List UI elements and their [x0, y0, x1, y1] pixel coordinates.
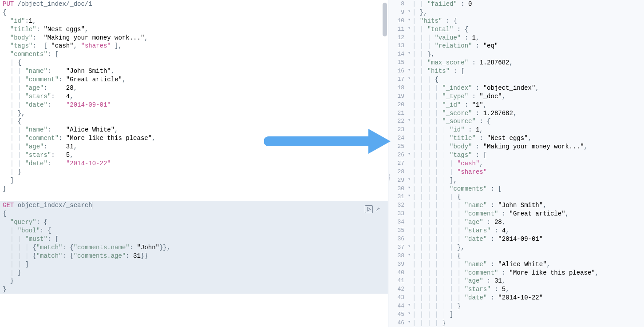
response-line[interactable]: 16▾| | "hits" : [ — [388, 67, 644, 76]
response-line[interactable]: 41| | | | | | | "age" : 31, — [388, 277, 644, 285]
fold-toggle[interactable] — [407, 92, 411, 101]
fold-toggle[interactable] — [407, 285, 411, 294]
response-line[interactable]: 15| | "max_score" : 1.287682, — [388, 59, 644, 67]
response-line[interactable]: 35| | | | | | | "stars" : 4, — [388, 227, 644, 235]
fold-toggle[interactable] — [407, 84, 411, 92]
response-line[interactable]: 27| | | | | | "cash", — [388, 160, 644, 168]
response-line[interactable]: 38▾| | | | | | { — [388, 252, 644, 260]
response-line[interactable]: 44▾| | | | | | } — [388, 302, 644, 311]
response-line[interactable]: 36| | | | | | | "date" : "2014-09-01" — [388, 235, 644, 243]
response-line[interactable]: 22▾| | | | "_source" : { — [388, 117, 644, 126]
fold-toggle[interactable]: ▾ — [407, 176, 411, 185]
fold-toggle[interactable] — [407, 218, 411, 227]
response-line[interactable]: 18| | | | "_index" : "object_index", — [388, 84, 644, 92]
code-line[interactable]: | | "name": "John Smith", — [0, 67, 388, 76]
response-line[interactable]: 45▾| | | | | ] — [388, 311, 644, 319]
code-line[interactable]: "tags": [ "cash", "shares" ], — [0, 42, 388, 50]
fold-toggle[interactable]: ▾ — [407, 67, 411, 76]
code-line[interactable]: | | "name": "Alice White", — [0, 126, 388, 134]
fold-toggle[interactable]: ▾ — [407, 243, 411, 252]
code-line[interactable]: | | "stars": 5, — [0, 151, 388, 160]
response-line[interactable]: 37▾| | | | | | }, — [388, 243, 644, 252]
fold-toggle[interactable] — [407, 277, 411, 285]
fold-toggle[interactable] — [407, 160, 411, 168]
response-line[interactable]: 40| | | | | | | "comment" : "More like t… — [388, 269, 644, 277]
fold-toggle[interactable] — [407, 235, 411, 243]
response-viewer[interactable]: 8| | "failed" : 09▾| },10▾| "hits" : {11… — [388, 0, 644, 327]
response-line[interactable]: 9▾| }, — [388, 8, 644, 17]
code-line[interactable]: | | "date": "2014-10-22" — [0, 160, 388, 168]
response-line[interactable]: 34| | | | | | | "age" : 28, — [388, 218, 644, 227]
code-line[interactable]: | "bool": { — [0, 227, 388, 235]
fold-toggle[interactable]: ▾ — [407, 8, 411, 17]
fold-toggle[interactable] — [407, 168, 411, 176]
code-line[interactable]: } — [0, 285, 388, 294]
active-request-line[interactable]: GET object_index/_search — [0, 201, 388, 210]
response-line[interactable]: 25| | | | | "body" : "Making your money … — [388, 143, 644, 151]
fold-toggle[interactable]: ▾ — [407, 151, 411, 160]
code-line[interactable]: | | ] — [0, 260, 388, 269]
response-line[interactable]: 13| | | "relation" : "eq" — [388, 42, 644, 50]
response-line[interactable]: 17▾| | | { — [388, 76, 644, 84]
response-line[interactable]: 32| | | | | | | "name" : "John Smith", — [388, 201, 644, 210]
fold-toggle[interactable]: ▾ — [407, 319, 411, 327]
fold-toggle[interactable]: ▾ — [407, 185, 411, 193]
code-line[interactable]: | | | {"match": {"comments.age": 31}} — [0, 252, 388, 260]
code-line[interactable]: | | "age": 31, — [0, 143, 388, 151]
response-line[interactable]: 26▾| | | | | "tags" : [ — [388, 151, 644, 160]
fold-toggle[interactable]: ▾ — [407, 302, 411, 311]
fold-toggle[interactable]: ▾ — [407, 17, 411, 25]
code-line[interactable]: "body": "Making your money work...", — [0, 34, 388, 42]
response-line[interactable]: 30▾| | | | | "comments" : [ — [388, 185, 644, 193]
request-editor[interactable]: PUT /object_index/_doc/1 { "id":1, "titl… — [0, 0, 388, 327]
fold-toggle[interactable]: ▾ — [407, 50, 411, 59]
response-line[interactable]: 31▾| | | | | | { — [388, 193, 644, 201]
code-line[interactable]: | | "must": [ — [0, 235, 388, 243]
response-line[interactable]: 42| | | | | | | "stars" : 5, — [388, 285, 644, 294]
fold-toggle[interactable]: ▾ — [407, 117, 411, 126]
fold-toggle[interactable]: ▾ — [407, 311, 411, 319]
code-line[interactable]: | | "comment": "Great article", — [0, 76, 388, 84]
response-line[interactable]: 28| | | | | | "shares" — [388, 168, 644, 176]
fold-toggle[interactable] — [407, 59, 411, 67]
response-line[interactable]: 8| | "failed" : 0 — [388, 0, 644, 8]
panel-resize-handle[interactable]: ⋮⋮ — [387, 175, 392, 179]
response-line[interactable]: 29▾| | | | | ], — [388, 176, 644, 185]
fold-toggle[interactable] — [407, 42, 411, 50]
code-line[interactable]: { — [0, 210, 388, 218]
response-line[interactable]: 33| | | | | | | "comment" : "Great artic… — [388, 210, 644, 218]
fold-toggle[interactable]: ▾ — [407, 252, 411, 260]
fold-toggle[interactable] — [407, 201, 411, 210]
fold-toggle[interactable] — [407, 294, 411, 302]
wrench-icon[interactable] — [374, 205, 382, 213]
code-line[interactable]: | } — [0, 168, 388, 176]
fold-toggle[interactable] — [407, 126, 411, 134]
code-line[interactable]: | { — [0, 117, 388, 126]
code-line[interactable]: | }, — [0, 109, 388, 118]
code-line[interactable]: | | "comment": "More like this please", — [0, 134, 388, 143]
code-line[interactable]: { — [0, 8, 388, 17]
code-line[interactable]: | | | {"match": {"comments.name": "John"… — [0, 243, 388, 252]
scrollbar-thumb[interactable] — [383, 3, 387, 36]
response-line[interactable]: 11▾| | "total" : { — [388, 25, 644, 34]
code-line[interactable]: | } — [0, 269, 388, 277]
code-line[interactable]: | | "stars": 4, — [0, 92, 388, 101]
response-line[interactable]: 24| | | | | "title" : "Nest eggs", — [388, 134, 644, 143]
fold-toggle[interactable] — [407, 101, 411, 109]
code-line[interactable]: } — [0, 277, 388, 285]
fold-toggle[interactable] — [407, 269, 411, 277]
response-line[interactable]: 39| | | | | | | "name" : "Alice White", — [388, 260, 644, 269]
response-line[interactable]: 46▾| | | | } — [388, 319, 644, 327]
fold-toggle[interactable]: ▾ — [407, 76, 411, 84]
response-line[interactable]: 43| | | | | | | "date" : "2014-10-22" — [388, 294, 644, 302]
code-line[interactable]: | | "age": 28, — [0, 84, 388, 92]
fold-toggle[interactable] — [407, 227, 411, 235]
response-line[interactable]: 23| | | | | "id" : 1, — [388, 126, 644, 134]
fold-toggle[interactable] — [407, 260, 411, 269]
fold-toggle[interactable]: ▾ — [407, 25, 411, 34]
code-line[interactable]: | { — [0, 59, 388, 67]
fold-toggle[interactable] — [407, 143, 411, 151]
response-line[interactable]: 14▾| | }, — [388, 50, 644, 59]
response-line[interactable]: 12| | | "value" : 1, — [388, 34, 644, 42]
code-line[interactable]: | | "date": "2014-09-01" — [0, 101, 388, 109]
